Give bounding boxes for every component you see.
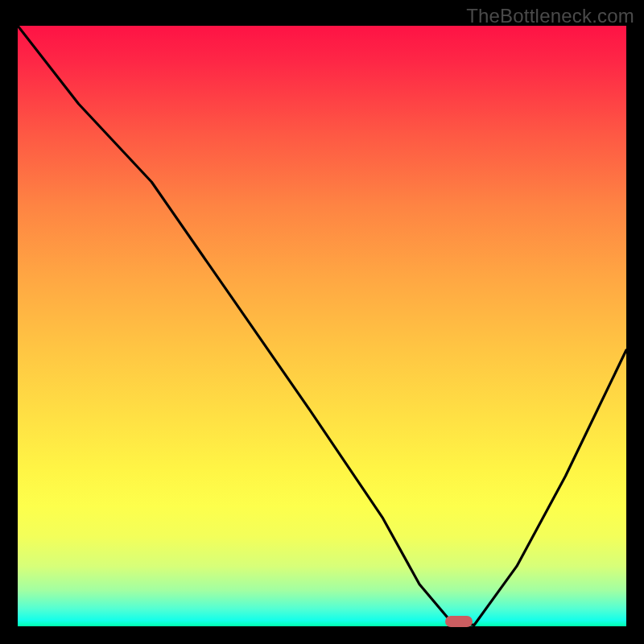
watermark-text: TheBottleneck.com (466, 5, 634, 27)
curve-svg (18, 26, 626, 626)
optimal-point-marker (445, 616, 473, 627)
chart-plot-area (18, 26, 626, 626)
bottleneck-curve-path (18, 26, 626, 625)
